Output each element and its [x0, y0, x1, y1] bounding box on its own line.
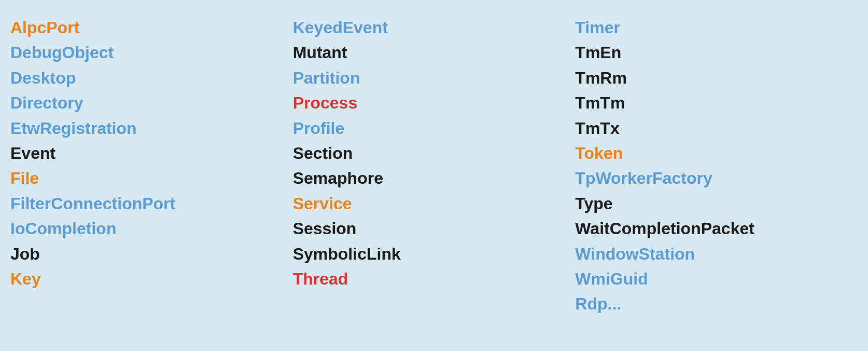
- list-item: IoCompletion: [10, 217, 293, 240]
- list-item: Type: [575, 192, 858, 215]
- list-item: Mutant: [293, 40, 576, 64]
- list-item: Rdp...: [575, 292, 858, 316]
- column-3: TimerTmEnTmRmTmTmTmTxTokenTpWorkerFactor…: [575, 16, 858, 316]
- list-item: TmTx: [575, 116, 858, 140]
- list-item: Session: [293, 217, 576, 240]
- list-item: TmEn: [575, 40, 858, 64]
- list-item: AlpcPort: [10, 16, 293, 39]
- list-item: Section: [293, 141, 576, 165]
- list-item: Job: [10, 242, 293, 266]
- list-item: TmTm: [575, 91, 858, 115]
- list-item: TpWorkerFactory: [575, 166, 858, 190]
- list-item: Profile: [293, 116, 576, 140]
- list-item: SymbolicLink: [293, 242, 576, 266]
- list-item: Desktop: [10, 66, 293, 90]
- list-item: KeyedEvent: [293, 16, 576, 39]
- list-item: Directory: [10, 91, 293, 115]
- list-item: Partition: [293, 66, 576, 90]
- column-2: KeyedEventMutantPartitionProcessProfileS…: [293, 16, 576, 316]
- column-1: AlpcPortDebugObjectDesktopDirectoryEtwRe…: [10, 16, 293, 316]
- list-item: Service: [293, 192, 576, 215]
- list-item: Process: [293, 91, 576, 115]
- list-item: WaitCompletionPacket: [575, 217, 858, 240]
- list-item: WmiGuid: [575, 267, 858, 291]
- list-item: Event: [10, 141, 293, 165]
- list-item: DebugObject: [10, 40, 293, 64]
- list-item: TmRm: [575, 66, 858, 90]
- list-item: Token: [575, 141, 858, 165]
- list-item: Thread: [293, 267, 576, 291]
- list-item: Key: [10, 267, 293, 291]
- list-item: File: [10, 166, 293, 190]
- list-item: Timer: [575, 16, 858, 39]
- list-item: EtwRegistration: [10, 116, 293, 140]
- list-item: FilterConnectionPort: [10, 192, 293, 215]
- list-item: WindowStation: [575, 242, 858, 266]
- list-item: Semaphore: [293, 166, 576, 190]
- columns-container: AlpcPortDebugObjectDesktopDirectoryEtwRe…: [10, 16, 858, 316]
